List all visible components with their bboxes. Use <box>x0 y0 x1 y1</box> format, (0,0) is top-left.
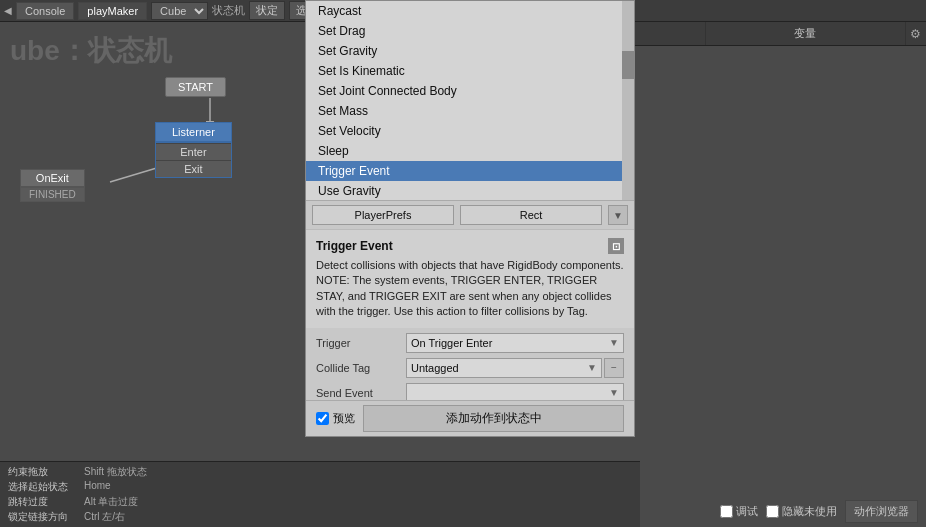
shortcut-row-3: 跳转过度 Alt 单击过度 <box>8 495 147 509</box>
shortcut-val-3: Alt 单击过度 <box>84 495 138 509</box>
minus-icon: − <box>611 362 617 373</box>
trigger-select[interactable]: On Trigger Enter ▼ <box>406 333 624 353</box>
gear-icon: ⚙ <box>910 27 921 41</box>
send-event-arrow-icon: ▼ <box>609 387 619 398</box>
listener-header: Listerner <box>155 122 232 142</box>
popup-buttons: PlayerPrefs Rect ▼ <box>306 201 634 229</box>
debug-check-label[interactable]: 调试 <box>720 504 758 519</box>
dropdown-item-set-mass[interactable]: Set Mass <box>306 101 634 121</box>
description-title-row: Trigger Event ⊡ <box>316 238 624 254</box>
shortcut-val-4: Ctrl 左/右 <box>84 510 125 524</box>
shortcut-key-2: 选择起始状态 <box>8 480 78 494</box>
canvas-arrows <box>0 22 305 527</box>
send-event-label: Send Event <box>316 387 406 399</box>
debug-checkbox[interactable] <box>720 505 733 518</box>
main-area: ube：状态机 START Listerner Enter Exit <box>0 22 926 527</box>
preview-checkbox-label[interactable]: 预览 <box>316 411 355 426</box>
state-machine-label: 状态机 <box>212 3 245 18</box>
dropdown-item-set-velocity[interactable]: Set Velocity <box>306 121 634 141</box>
dropdown-item-set-drag[interactable]: Set Drag <box>306 21 634 41</box>
shortcut-bar: 约束拖放 Shift 拖放状态 选择起始状态 Home 跳转过度 Alt 单击过… <box>0 461 640 527</box>
shortcut-val-2: Home <box>84 480 111 494</box>
rect-button[interactable]: Rect <box>460 205 602 225</box>
dropdown-popup: Raycast Set Drag Set Gravity Set Is Kine… <box>305 0 635 437</box>
collide-tag-value: Untagged <box>411 362 459 374</box>
shortcut-row-2: 选择起始状态 Home <box>8 480 147 494</box>
collide-tag-arrow-icon: ▼ <box>587 362 597 373</box>
collide-tag-row: Collide Tag Untagged ▼ − <box>316 357 624 379</box>
shortcut-val-1: Shift 拖放状态 <box>84 465 147 479</box>
shortcut-row-1: 约束拖放 Shift 拖放状态 <box>8 465 147 479</box>
shortcut-key-3: 跳转过度 <box>8 495 78 509</box>
tab-variable[interactable]: 变量 <box>706 22 906 45</box>
player-prefs-button[interactable]: PlayerPrefs <box>312 205 454 225</box>
canvas-title: ube：状态机 <box>10 32 172 70</box>
window-close-icon: ◀ <box>4 5 12 16</box>
trigger-arrow-icon: ▼ <box>609 337 619 348</box>
bottom-right-btns: 调试 隐藏未使用 动作浏览器 <box>720 500 918 523</box>
canvas-area: ube：状态机 START Listerner Enter Exit <box>0 22 305 527</box>
confirm-button[interactable]: 状定 <box>249 1 285 20</box>
dropdown-item-raycast[interactable]: Raycast <box>306 1 634 21</box>
dropdown-item-sleep[interactable]: Sleep <box>306 141 634 161</box>
shortcut-key-4: 锁定链接方向 <box>8 510 78 524</box>
description-area: Trigger Event ⊡ Detect collisions with o… <box>306 229 634 328</box>
scrollbar-thumb[interactable] <box>622 51 634 79</box>
debug-label: 调试 <box>736 504 758 519</box>
start-label: START <box>178 81 213 93</box>
chevron-down-icon: ▼ <box>613 210 623 221</box>
preview-label: 预览 <box>333 411 355 426</box>
description-icon-btn[interactable]: ⊡ <box>608 238 624 254</box>
action-browser-button[interactable]: 动作浏览器 <box>845 500 918 523</box>
collide-tag-action-btn[interactable]: − <box>604 358 624 378</box>
dropdown-item-trigger-event[interactable]: Trigger Event <box>306 161 634 181</box>
dropdown-item-set-is-kinematic[interactable]: Set Is Kinematic <box>306 61 634 81</box>
trigger-label: Trigger <box>316 337 406 349</box>
preview-checkbox-input[interactable] <box>316 412 329 425</box>
hide-unused-checkbox[interactable] <box>766 505 779 518</box>
hide-unused-check-label[interactable]: 隐藏未使用 <box>766 504 837 519</box>
listener-title: Listerner <box>172 126 215 138</box>
dropdown-item-set-joint-connected-body[interactable]: Set Joint Connected Body <box>306 81 634 101</box>
trigger-row: Trigger On Trigger Enter ▼ <box>316 332 624 354</box>
scrollbar-track[interactable] <box>622 1 634 200</box>
onexit-node[interactable]: OnExit FINISHED <box>20 169 85 202</box>
svg-line-1 <box>110 167 160 182</box>
onexit-header: OnExit <box>20 169 85 187</box>
onexit-subtext: FINISHED <box>20 187 85 202</box>
playmaker-tab[interactable]: playMaker <box>78 2 147 20</box>
shortcut-key-1: 约束拖放 <box>8 465 78 479</box>
dropdown-item-use-gravity[interactable]: Use Gravity <box>306 181 634 201</box>
listener-body: Enter Exit <box>155 142 232 178</box>
description-title-text: Trigger Event <box>316 239 393 253</box>
listener-enter: Enter <box>156 143 231 160</box>
dropdown-item-set-gravity[interactable]: Set Gravity <box>306 41 634 61</box>
description-text: Detect collisions with objects that have… <box>316 258 624 320</box>
popup-bottom-area: 预览 添加动作到状态中 <box>306 400 634 436</box>
collide-tag-select[interactable]: Untagged ▼ <box>406 358 602 378</box>
dropdown-list: Raycast Set Drag Set Gravity Set Is Kine… <box>306 1 634 201</box>
tab-gear-btn[interactable]: ⚙ <box>906 22 926 45</box>
hide-unused-label: 隐藏未使用 <box>782 504 837 519</box>
start-node: START <box>165 77 226 97</box>
trigger-value: On Trigger Enter <box>411 337 492 349</box>
add-action-button[interactable]: 添加动作到状态中 <box>363 405 624 432</box>
listener-node[interactable]: Listerner Enter Exit <box>155 122 232 178</box>
collide-tag-label: Collide Tag <box>316 362 406 374</box>
dropdown-arrow-btn[interactable]: ▼ <box>608 205 628 225</box>
listener-exit: Exit <box>156 160 231 177</box>
console-tab[interactable]: Console <box>16 2 74 20</box>
shortcut-col-1: 约束拖放 Shift 拖放状态 选择起始状态 Home 跳转过度 Alt 单击过… <box>8 465 147 524</box>
shortcut-row-4: 锁定链接方向 Ctrl 左/右 <box>8 510 147 524</box>
cube-select[interactable]: Cube <box>151 2 208 20</box>
